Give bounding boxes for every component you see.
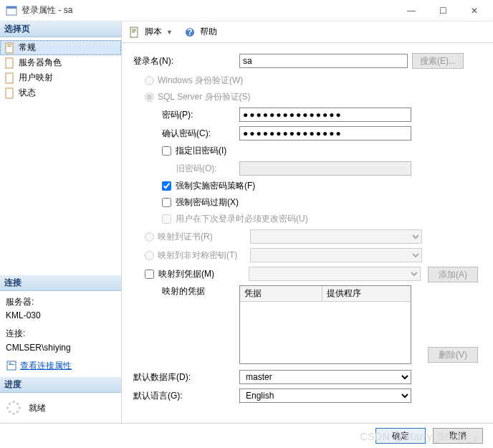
map-credential-label: 映射到凭据(M): [158, 268, 244, 280]
svg-point-11: [12, 401, 15, 404]
enforce-expiration-label: 强制密码过期(X): [176, 196, 239, 209]
svg-rect-10: [9, 364, 14, 365]
password-input[interactable]: [239, 108, 411, 122]
window-title: 登录属性 - sa: [21, 4, 396, 16]
progress-header: 进度: [0, 377, 121, 393]
map-credential-combo: [249, 267, 421, 281]
sql-auth-radio-row: SQL Server 身份验证(S): [132, 91, 483, 103]
map-cert-radio: [145, 232, 154, 242]
mapped-credentials-label: 映射的凭据: [132, 285, 239, 297]
page-icon: [4, 87, 16, 99]
login-name-label: 登录名(N):: [132, 55, 239, 67]
enforce-policy-label: 强制实施密码策略(F): [176, 180, 255, 192]
old-password-input: [239, 161, 411, 176]
dropdown-icon[interactable]: ▼: [166, 29, 173, 36]
col-credential: 凭据: [240, 286, 322, 301]
must-change-label: 用户在下次登录时必须更改密码(U): [176, 213, 308, 225]
svg-rect-4: [7, 46, 11, 47]
close-button[interactable]: ✕: [459, 1, 490, 21]
nav-label: 状态: [19, 87, 36, 99]
credentials-table[interactable]: 凭据 提供程序: [239, 285, 411, 364]
maximize-button[interactable]: ☐: [427, 1, 459, 21]
map-asym-combo: [250, 248, 422, 262]
script-button[interactable]: 脚本: [145, 26, 162, 38]
cancel-button[interactable]: 取消: [433, 428, 483, 444]
add-button: 添加(A): [428, 267, 478, 282]
nav-server-roles[interactable]: 服务器角色: [0, 55, 121, 70]
svg-rect-5: [6, 58, 13, 68]
svg-point-14: [16, 411, 19, 414]
script-icon: [129, 27, 140, 38]
svg-point-15: [12, 412, 15, 415]
default-lang-label: 默认语言(G):: [132, 390, 239, 402]
page-icon: [4, 72, 16, 84]
page-icon: [4, 42, 16, 54]
password-label: 密码(P):: [132, 109, 239, 121]
select-page-header: 选择页: [0, 22, 121, 37]
minimize-button[interactable]: —: [396, 1, 427, 21]
svg-rect-1: [6, 6, 16, 9]
map-asym-radio: [145, 251, 154, 260]
spinner-icon: [6, 400, 21, 416]
default-db-select[interactable]: master: [239, 370, 411, 384]
map-cert-label: 映射到证书(R): [158, 231, 247, 243]
connection-label: 连接:: [6, 327, 115, 340]
remove-button: 删除(V): [428, 347, 478, 363]
progress-status: 就绪: [29, 402, 46, 414]
help-icon: ?: [184, 27, 196, 38]
svg-point-13: [18, 406, 21, 409]
map-asym-label: 映射到非对称密钥(T): [158, 249, 247, 262]
properties-icon: [6, 360, 17, 371]
sql-auth-label: SQL Server 身份验证(S): [158, 91, 251, 103]
confirm-password-input[interactable]: [239, 126, 411, 140]
svg-rect-7: [6, 88, 13, 98]
right-panel: 脚本 ▼ ? 帮助 登录名(N): 搜索(E)... Windows 身份验证(…: [122, 22, 493, 423]
nav-general[interactable]: 常规: [0, 40, 121, 55]
connection-info: 服务器: KML-030 连接: CMLSER\shiying 查看连接属性: [0, 291, 121, 377]
dialog-footer: 确定 取消: [0, 423, 493, 448]
default-lang-select[interactable]: English: [239, 389, 411, 403]
login-name-input[interactable]: [239, 54, 408, 68]
toolbar: 脚本 ▼ ? 帮助: [122, 22, 493, 43]
windows-auth-radio-row: Windows 身份验证(W): [132, 75, 483, 87]
view-connection-properties-link[interactable]: 查看连接属性: [20, 359, 72, 373]
ok-button[interactable]: 确定: [375, 428, 426, 444]
confirm-password-label: 确认密码(C):: [132, 128, 239, 140]
connection-header: 连接: [0, 275, 121, 291]
nav-label: 服务器角色: [19, 57, 62, 69]
server-label: 服务器:: [6, 295, 115, 309]
svg-point-16: [9, 411, 11, 414]
form-area: 登录名(N): 搜索(E)... Windows 身份验证(W) SQL Ser…: [122, 43, 493, 423]
enforce-expiration-checkbox[interactable]: [162, 198, 171, 207]
svg-rect-6: [6, 73, 13, 83]
map-credential-checkbox[interactable]: [145, 270, 154, 279]
specify-old-password-label: 指定旧密码(I): [176, 145, 226, 157]
svg-point-18: [9, 403, 11, 406]
windows-auth-label: Windows 身份验证(W): [158, 75, 243, 87]
left-panel: 选择页 常规 服务器角色 用户映射 状态 连接 服务器: KML-030: [0, 22, 122, 423]
must-change-checkbox: [162, 214, 171, 224]
nav-status[interactable]: 状态: [0, 85, 121, 100]
page-nav: 常规 服务器角色 用户映射 状态: [0, 37, 121, 103]
nav-label: 用户映射: [19, 72, 53, 84]
specify-old-password-checkbox[interactable]: [162, 146, 171, 156]
search-button: 搜索(E)...: [412, 53, 464, 69]
titlebar: 登录属性 - sa — ☐ ✕: [0, 0, 493, 22]
progress-body: 就绪: [0, 393, 121, 423]
windows-auth-radio: [145, 76, 154, 85]
server-value: KML-030: [6, 309, 115, 323]
page-icon: [4, 57, 16, 69]
svg-rect-3: [7, 44, 11, 45]
map-cert-combo: [250, 229, 422, 244]
nav-user-mapping[interactable]: 用户映射: [0, 70, 121, 85]
svg-rect-9: [9, 363, 11, 363]
col-provider: 提供程序: [322, 286, 411, 301]
svg-rect-8: [7, 361, 16, 370]
nav-label: 常规: [19, 42, 36, 54]
enforce-policy-checkbox[interactable]: [162, 181, 171, 191]
old-password-label: 旧密码(O):: [132, 163, 239, 175]
svg-point-17: [6, 406, 9, 409]
help-button[interactable]: 帮助: [200, 26, 217, 38]
connection-value: CMLSER\shiying: [6, 341, 115, 355]
svg-text:?: ?: [187, 27, 192, 37]
